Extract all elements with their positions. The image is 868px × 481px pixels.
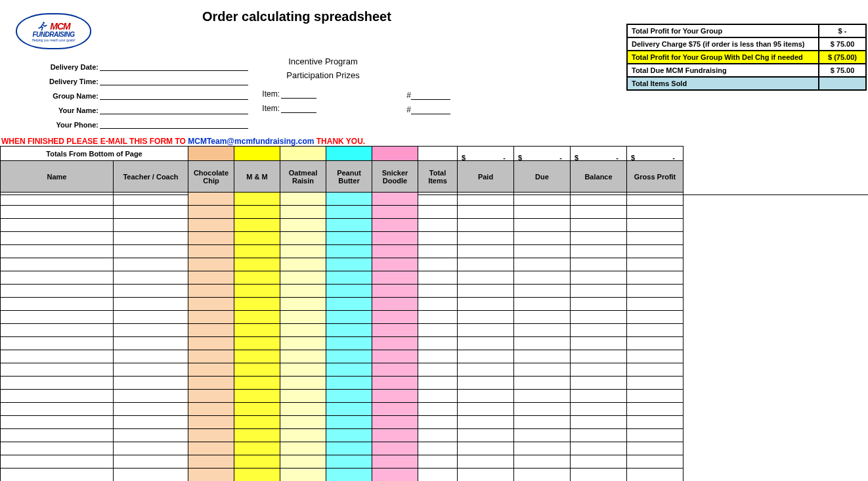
input-group-name[interactable] — [100, 89, 248, 100]
cell[interactable] — [514, 311, 571, 324]
cell[interactable] — [326, 337, 372, 350]
cell[interactable] — [458, 298, 514, 311]
cell[interactable] — [280, 311, 326, 324]
cell[interactable] — [326, 363, 372, 377]
cell[interactable] — [326, 232, 372, 245]
cell[interactable] — [114, 193, 188, 206]
cell[interactable] — [326, 403, 372, 416]
cell[interactable] — [514, 377, 571, 390]
cell[interactable] — [458, 245, 514, 258]
cell[interactable] — [234, 363, 280, 377]
cell[interactable] — [571, 298, 627, 311]
cell[interactable] — [1, 193, 114, 206]
cell[interactable] — [234, 285, 280, 298]
cell[interactable] — [372, 324, 418, 337]
cell[interactable] — [1, 442, 114, 455]
cell[interactable] — [1, 429, 114, 442]
cell[interactable] — [627, 442, 684, 455]
cell[interactable] — [458, 285, 514, 298]
cell[interactable] — [234, 206, 280, 219]
cell[interactable] — [280, 193, 326, 206]
input-your-phone[interactable] — [100, 118, 248, 129]
cell[interactable] — [114, 324, 188, 337]
cell[interactable] — [188, 455, 234, 469]
cell[interactable] — [418, 193, 458, 206]
cell[interactable] — [326, 469, 372, 482]
cell[interactable] — [234, 324, 280, 337]
cell[interactable] — [458, 271, 514, 285]
cell[interactable] — [1, 298, 114, 311]
cell[interactable] — [458, 219, 514, 232]
cell[interactable] — [188, 390, 234, 403]
cell[interactable] — [418, 390, 458, 403]
input-hash-1[interactable] — [411, 89, 450, 100]
cell[interactable] — [114, 390, 188, 403]
cell[interactable] — [571, 271, 627, 285]
cell[interactable] — [280, 337, 326, 350]
cell[interactable] — [280, 416, 326, 429]
cell[interactable] — [114, 298, 188, 311]
cell[interactable] — [114, 219, 188, 232]
cell[interactable] — [418, 469, 458, 482]
cell[interactable] — [458, 324, 514, 337]
cell[interactable] — [114, 363, 188, 377]
cell[interactable] — [571, 469, 627, 482]
cell[interactable] — [114, 469, 188, 482]
cell[interactable] — [188, 363, 234, 377]
cell[interactable] — [280, 390, 326, 403]
cell[interactable] — [1, 377, 114, 390]
cell[interactable] — [458, 350, 514, 363]
cell[interactable] — [372, 337, 418, 350]
cell[interactable] — [114, 403, 188, 416]
cell[interactable] — [372, 469, 418, 482]
cell[interactable] — [188, 285, 234, 298]
cell[interactable] — [326, 271, 372, 285]
cell[interactable] — [627, 271, 684, 285]
cell[interactable] — [1, 324, 114, 337]
cell[interactable] — [234, 298, 280, 311]
cell[interactable] — [514, 232, 571, 245]
cell[interactable] — [326, 245, 372, 258]
cell[interactable] — [458, 442, 514, 455]
cell[interactable] — [571, 416, 627, 429]
cell[interactable] — [627, 285, 684, 298]
cell[interactable] — [627, 363, 684, 377]
cell[interactable] — [1, 271, 114, 285]
cell[interactable] — [114, 377, 188, 390]
cell[interactable] — [418, 271, 458, 285]
cell[interactable] — [1, 245, 114, 258]
cell[interactable] — [627, 206, 684, 219]
cell[interactable] — [114, 429, 188, 442]
cell[interactable] — [234, 442, 280, 455]
cell[interactable] — [326, 455, 372, 469]
cell[interactable] — [571, 442, 627, 455]
cell[interactable] — [114, 350, 188, 363]
input-hash-2[interactable] — [411, 104, 450, 114]
cell[interactable] — [418, 377, 458, 390]
cell[interactable] — [458, 363, 514, 377]
cell[interactable] — [1, 363, 114, 377]
cell[interactable] — [458, 455, 514, 469]
cell[interactable] — [372, 311, 418, 324]
cell[interactable] — [514, 416, 571, 429]
cell[interactable] — [514, 271, 571, 285]
cell[interactable] — [627, 311, 684, 324]
cell[interactable] — [326, 429, 372, 442]
cell[interactable] — [280, 377, 326, 390]
cell[interactable] — [1, 232, 114, 245]
cell[interactable] — [627, 390, 684, 403]
cell[interactable] — [627, 469, 684, 482]
cell[interactable] — [326, 298, 372, 311]
cell[interactable] — [571, 285, 627, 298]
cell[interactable] — [418, 285, 458, 298]
cell[interactable] — [114, 442, 188, 455]
cell[interactable] — [114, 311, 188, 324]
cell[interactable] — [188, 429, 234, 442]
cell[interactable] — [627, 258, 684, 271]
cell[interactable] — [571, 350, 627, 363]
input-item-2[interactable] — [281, 103, 316, 113]
cell[interactable] — [418, 232, 458, 245]
cell[interactable] — [418, 403, 458, 416]
cell[interactable] — [234, 403, 280, 416]
cell[interactable] — [234, 311, 280, 324]
